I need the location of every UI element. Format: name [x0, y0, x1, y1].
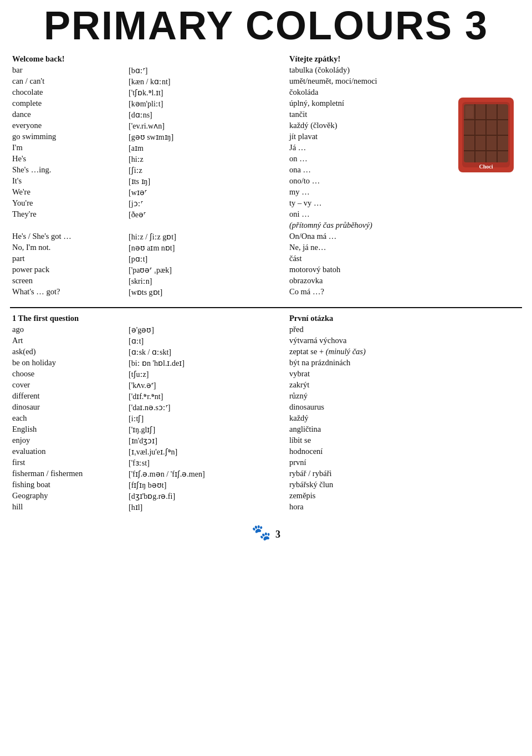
list-item: ['dɪf.ᵊr.ᵊnt] [129, 391, 279, 402]
list-item: líbit se [289, 435, 520, 446]
list-item: zeměpis [289, 490, 520, 501]
list-item: each [12, 412, 119, 423]
list-item: fishing boat [12, 479, 119, 490]
list-item: zeptat se + (minulý čas) [289, 346, 520, 357]
list-item: [ʃiːz [129, 165, 279, 176]
list-item: We're [12, 186, 119, 197]
list-item: He's / She's got … [12, 231, 119, 242]
list-item: evaluation [12, 446, 119, 457]
list-item: part [12, 253, 119, 264]
list-item: They're [12, 208, 119, 219]
list-item: [dʒɪ'bɒg.rə.fi] [129, 491, 279, 502]
fq-phon-list: [ə'gəʊ][ɑːt][ɑːsk / ɑːskt][biː ɒn 'hɒl.ɪ… [129, 325, 279, 513]
list-item: [gəʊ swɪmɪŋ] [129, 132, 279, 143]
fq-col-cz: První otázka předvýtvarná výchovazeptat … [287, 313, 522, 513]
list-item: be on holiday [12, 357, 119, 368]
list-item: [nəʊ aɪm nɒt] [129, 243, 279, 254]
list-item: ago [12, 324, 119, 335]
list-item: [dɑːns] [129, 110, 279, 121]
list-item: [hiːz / ʃiːz gɒt] [129, 232, 279, 243]
list-item: hodnocení [289, 446, 520, 457]
list-item: [kəm'pliːt] [129, 99, 279, 110]
list-item: čokoláda [289, 86, 520, 98]
title-area: PRIMARY COLOURS 3 [10, 0, 522, 50]
list-item: You're [12, 197, 119, 208]
list-item: oni … [289, 208, 520, 219]
list-item: dinosaurus [289, 401, 520, 412]
list-item: fisherman / fishermen [12, 468, 119, 479]
chocolate-image: Choci [456, 98, 516, 177]
list-item: ['kʌv.əʳ] [129, 380, 279, 391]
list-item: ['fɜːst] [129, 458, 279, 469]
fq-col-en: 1 The first question agoArtask(ed)be on … [10, 313, 121, 513]
list-item: ['fɪʃ.ə.mən / 'fɪʃ.ə.men] [129, 469, 279, 480]
list-item: ['daɪ.nə.sɔːʳ] [129, 402, 279, 413]
list-item: No, I'm not. [12, 242, 119, 253]
list-item: [iːtʃ] [129, 413, 279, 425]
welcome-header-cz: Vítejte zpátky! [289, 53, 340, 64]
welcome-col-cz: Vítejte zpátky! tabulka (čokolády)umět/n… [287, 53, 522, 298]
list-item: chocolate [12, 86, 119, 98]
list-item: ty – vy … [289, 197, 520, 208]
list-item: (přítomný čas průběhový) [289, 219, 520, 231]
list-item: výtvarná výchova [289, 335, 520, 346]
welcome-section: Welcome back! barcan / can'tchocolatecom… [10, 53, 522, 298]
welcome-phon-list: [bɑːʳ][kæn / kɑːnt]['tʃɒk.ᵊl.ɪt][kəm'pli… [129, 65, 279, 298]
list-item: angličtina [289, 423, 520, 435]
list-item: She's …ing. [12, 164, 119, 175]
list-item: [ɪˌvæl.ju'eɪ.ʃᵊn] [129, 447, 279, 458]
list-item: [skriːn] [129, 276, 279, 287]
welcome-header-en: Welcome back! [12, 53, 119, 64]
list-item: What's … got? [12, 286, 119, 297]
list-item: [ɪn'dʒɔɪ] [129, 436, 279, 447]
list-item: ['paʊəʳ ˌpæk] [129, 265, 279, 276]
list-item: [wɒts gɒt] [129, 287, 279, 298]
list-item: He's [12, 153, 119, 164]
list-item: I'm [12, 142, 119, 153]
list-item: ['tʃɒk.ᵊl.ɪt] [129, 88, 279, 99]
list-item: [hiːz [129, 154, 279, 165]
welcome-col-phon: [bɑːʳ][kæn / kɑːnt]['tʃɒk.ᵊl.ɪt][kəm'pli… [126, 53, 282, 298]
list-item: umět/neumět, moci/nemoci [289, 75, 520, 86]
list-item: power pack [12, 264, 119, 275]
list-item: Ne, já ne… [289, 242, 520, 253]
fq-header-cz: První otázka [289, 313, 333, 324]
list-item: dance [12, 109, 119, 120]
list-item: [aɪm [129, 143, 279, 154]
list-item: can / can't [12, 75, 119, 86]
list-item: motorový batoh [289, 264, 520, 275]
list-item: různý [289, 390, 520, 401]
fq-col-phon: [ə'gəʊ][ɑːt][ɑːsk / ɑːskt][biː ɒn 'hɒl.ɪ… [126, 313, 282, 513]
list-item: první [289, 457, 520, 468]
page-number: 3 [275, 529, 280, 540]
list-item: On/Ona má … [289, 231, 520, 242]
list-item: [biː ɒn 'hɒl.ɪ.deɪ] [129, 358, 279, 369]
list-item: rybář / rybáři [289, 468, 520, 479]
list-item: my … [289, 186, 520, 197]
fq-en-list: agoArtask(ed)be on holidaychoosecoverdif… [12, 324, 119, 512]
first-question-section: 1 The first question agoArtask(ed)be on … [10, 307, 522, 513]
fq-cz-list: předvýtvarná výchovazeptat se + (minulý … [289, 324, 520, 512]
list-item: hill [12, 501, 119, 512]
welcome-col-en: Welcome back! barcan / can'tchocolatecom… [10, 53, 121, 298]
list-item: [hɪl] [129, 502, 279, 513]
list-item: go swimming [12, 131, 119, 142]
list-item: screen [12, 275, 119, 286]
list-item: obrazovka [289, 275, 520, 286]
list-item: Art [12, 335, 119, 346]
list-item: English [12, 423, 119, 435]
list-item: [ðeəʳ [129, 210, 279, 221]
list-item: Geography [12, 490, 119, 501]
list-item: zakrýt [289, 379, 520, 390]
list-item: first [12, 457, 119, 468]
list-item: ask(ed) [12, 346, 119, 357]
list-item: před [289, 324, 520, 335]
list-item: [jɔːʳ [129, 198, 279, 210]
paw-icon: 🐾 [252, 524, 271, 541]
page-number-area: 🐾 3 [10, 523, 522, 542]
list-item: [ə'gəʊ] [129, 325, 279, 336]
list-item: choose [12, 368, 119, 379]
list-item: [wɪəʳ [129, 187, 279, 198]
list-item [129, 221, 279, 232]
list-item: cover [12, 379, 119, 390]
